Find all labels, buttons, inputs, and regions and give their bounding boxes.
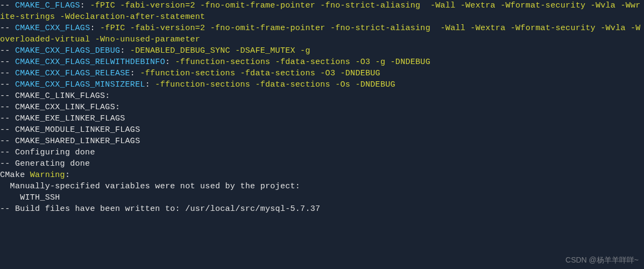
terminal-segment: --	[0, 80, 15, 89]
terminal-line: -- CMAKE_CXX_FLAGS_MINSIZEREL: -ffunctio…	[0, 79, 644, 90]
terminal-segment: -ffunction-sections -fdata-sections -O3 …	[140, 69, 380, 78]
terminal-segment: -ffunction-sections -fdata-sections -Os …	[155, 80, 395, 89]
terminal-line: -- Build files have been written to: /us…	[0, 203, 644, 215]
terminal-segment: CMAKE_CXX_FLAGS_RELWITHDEBINFO	[15, 58, 165, 67]
terminal-line: -- CMAKE_CXX_FLAGS: -fPIC -fabi-version=…	[0, 23, 644, 45]
terminal-line: -- Configuring done	[0, 147, 644, 158]
terminal-line: -- CMAKE_EXE_LINKER_FLAGS	[0, 113, 644, 124]
terminal-line: -- CMAKE_CXX_FLAGS_RELWITHDEBINFO: -ffun…	[0, 56, 644, 68]
terminal-segment: -- CMAKE_CXX_LINK_FLAGS:	[0, 103, 125, 112]
terminal-segment: CMAKE_C_FLAGS	[15, 1, 80, 10]
terminal-segment: :	[120, 46, 130, 55]
terminal-segment: Manually-specified variables were not us…	[0, 182, 300, 191]
terminal-line: Manually-specified variables were not us…	[0, 181, 644, 192]
terminal-line: -- CMAKE_CXX_FLAGS_DEBUG: -DENABLED_DEBU…	[0, 45, 644, 56]
terminal-segment: :	[130, 69, 140, 78]
terminal-line: -- CMAKE_CXX_FLAGS_RELEASE: -ffunction-s…	[0, 68, 644, 79]
terminal-segment: WITH_SSH	[0, 193, 60, 202]
terminal-segment: :	[80, 1, 90, 10]
terminal-line: WITH_SSH	[0, 192, 644, 203]
terminal-segment: CMake	[0, 171, 30, 180]
terminal-line: -- CMAKE_SHARED_LINKER_FLAGS	[0, 136, 644, 147]
terminal-line: -- CMAKE_C_LINK_FLAGS:	[0, 90, 644, 102]
terminal-segment: -- Configuring done	[0, 148, 95, 157]
terminal-segment: :	[145, 80, 155, 89]
terminal-segment: --	[0, 1, 15, 10]
terminal-segment: -- Build files have been written to: /us…	[0, 204, 320, 214]
terminal-segment: CMAKE_CXX_FLAGS_RELEASE	[15, 69, 130, 78]
terminal-segment: -- CMAKE_SHARED_LINKER_FLAGS	[0, 137, 145, 146]
terminal-line: -- Generating done	[0, 158, 644, 169]
terminal-line: -- CMAKE_MODULE_LINKER_FLAGS	[0, 124, 644, 136]
terminal-segment: --	[0, 46, 15, 55]
terminal-segment: :	[90, 24, 100, 33]
terminal-output: -- CMAKE_C_FLAGS: -fPIC -fabi-version=2 …	[0, 0, 644, 269]
terminal-segment: -fPIC -fabi-version=2 -fno-omit-frame-po…	[0, 1, 641, 22]
terminal-segment: --	[0, 69, 15, 78]
watermark: CSDN @杨羊羊咩咩~	[565, 254, 639, 266]
terminal-segment: -- Generating done	[0, 159, 90, 168]
terminal-segment: CMAKE_CXX_FLAGS_DEBUG	[15, 46, 120, 55]
terminal-segment: CMAKE_CXX_FLAGS_MINSIZEREL	[15, 80, 145, 89]
terminal-line: -- CMAKE_CXX_LINK_FLAGS:	[0, 102, 644, 113]
terminal-segment: -- CMAKE_MODULE_LINKER_FLAGS	[0, 125, 145, 134]
terminal-segment: CMAKE_CXX_FLAGS	[15, 24, 90, 33]
terminal-segment: -- CMAKE_EXE_LINKER_FLAGS	[0, 114, 130, 123]
terminal-line: -- CMAKE_C_FLAGS: -fPIC -fabi-version=2 …	[0, 0, 644, 23]
terminal-segment: -ffunction-sections -fdata-sections -O3 …	[175, 58, 430, 67]
terminal-segment: -- CMAKE_C_LINK_FLAGS:	[0, 91, 115, 101]
terminal-segment: :	[65, 171, 70, 180]
terminal-line: CMake Warning:	[0, 169, 644, 181]
terminal-segment: Warning	[30, 171, 65, 180]
terminal-segment: :	[165, 58, 175, 67]
terminal-segment: -DENABLED_DEBUG_SYNC -DSAFE_MUTEX -g	[130, 46, 310, 55]
terminal-segment: --	[0, 58, 15, 67]
terminal-segment: --	[0, 24, 15, 33]
